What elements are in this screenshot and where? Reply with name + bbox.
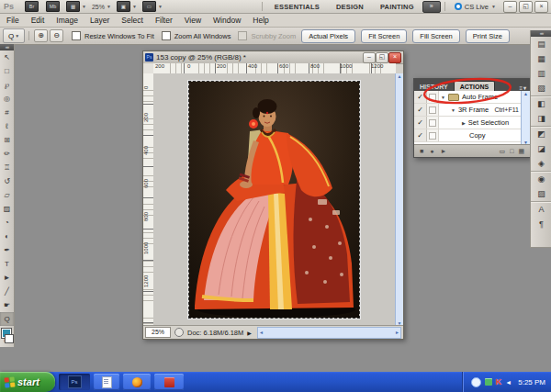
expand-dock-icon[interactable]: «« <box>531 30 551 37</box>
zoom-out-icon[interactable]: ⊖ <box>50 29 63 42</box>
toggle-item-check-icon[interactable]: ✓ <box>414 117 427 129</box>
paragraph-panel-icon[interactable]: ¶ <box>531 217 551 231</box>
vertical-scrollbar[interactable]: ▲ ▼ <box>395 73 403 326</box>
workspace-essentials[interactable]: ESSENTIALS <box>275 3 320 11</box>
masks-panel-icon[interactable]: ◪ <box>531 141 551 156</box>
taskbar-adobe-button[interactable] <box>154 374 184 390</box>
action-row-auto-frame[interactable]: ✓ ▼ Auto Frame <box>414 91 530 104</box>
info-panel-icon[interactable]: ◨ <box>531 111 551 126</box>
zoom-tool-icon[interactable]: Q <box>0 312 14 326</box>
doc-minimize-button[interactable]: – <box>363 52 376 63</box>
screen-mode-dropdown[interactable]: ▭▼ <box>142 1 163 12</box>
toggle-item-check-icon[interactable]: ✓ <box>414 91 427 103</box>
start-button[interactable]: start <box>0 372 55 392</box>
quick-selection-tool-icon[interactable]: ◎ <box>0 92 14 106</box>
fill-screen-button[interactable]: Fill Screen <box>412 29 459 43</box>
resize-windows-checkbox[interactable] <box>72 31 81 40</box>
actual-pixels-button[interactable]: Actual Pixels <box>301 29 355 43</box>
path-selection-tool-icon[interactable]: ► <box>0 271 14 285</box>
fit-screen-button[interactable]: Fit Screen <box>361 29 407 43</box>
lasso-tool-icon[interactable]: ℘ <box>0 78 14 92</box>
layers-panel-icon[interactable]: ◈ <box>531 156 551 171</box>
tab-history[interactable]: HISTORY <box>414 82 454 91</box>
expand-triangle-icon[interactable]: ▼ <box>451 107 455 113</box>
new-action-icon[interactable]: □ <box>510 148 513 155</box>
workspace-painting[interactable]: PAINTING <box>380 3 414 11</box>
action-row-3r-frame[interactable]: ✓ ▼ 3R Frame Ctrl+F11 <box>414 104 530 117</box>
print-size-button[interactable]: Print Size <box>466 29 510 43</box>
arrange-documents-dropdown[interactable]: ▣▼ <box>117 1 137 12</box>
color-panel-icon[interactable]: ▤ <box>531 37 551 51</box>
move-tool-icon[interactable]: ↖ <box>0 50 14 64</box>
new-set-icon[interactable]: ▭ <box>500 148 506 155</box>
document-title-bar[interactable]: Ps 153 copy @ 25% (RGB/8) * – ◱ × <box>143 51 403 64</box>
menu-filter[interactable]: Filter <box>155 16 173 25</box>
photo-selection-marching-ants[interactable] <box>188 81 360 319</box>
menu-file[interactable]: File <box>6 16 19 25</box>
paths-panel-icon[interactable]: ▨ <box>531 186 551 201</box>
toggle-item-check-icon[interactable]: ✓ <box>414 129 427 141</box>
character-panel-icon[interactable]: A <box>531 201 551 217</box>
type-tool-icon[interactable]: T <box>0 257 14 271</box>
play-icon[interactable]: ► <box>440 148 446 154</box>
pen-tool-icon[interactable]: ✒ <box>0 243 14 257</box>
menu-select[interactable]: Select <box>121 16 143 25</box>
workspace-overflow-button[interactable]: » <box>422 1 441 13</box>
menu-image[interactable]: Image <box>56 16 78 25</box>
actions-scrollbar[interactable]: ▲ ▼ <box>521 91 530 145</box>
crop-tool-icon[interactable]: # <box>0 106 14 119</box>
zoom-in-icon[interactable]: ⊕ <box>34 29 48 42</box>
delete-icon[interactable]: ▦ <box>518 148 524 155</box>
volume-icon[interactable]: ◄ <box>505 379 512 386</box>
scroll-up-icon[interactable]: ▲ <box>398 73 402 79</box>
canvas-area[interactable] <box>153 73 396 326</box>
dodge-tool-icon[interactable]: ◐ <box>0 230 14 243</box>
adjustments-panel-icon[interactable]: ◩ <box>531 126 551 141</box>
panel-menu-icon[interactable]: ≡▾ <box>519 84 530 91</box>
tab-actions[interactable]: ACTIONS <box>454 81 496 91</box>
record-icon[interactable]: ● <box>430 148 433 154</box>
current-tool-well[interactable]: Q▼ <box>3 28 25 43</box>
swatches-panel-icon[interactable]: ▦ <box>531 51 551 66</box>
menu-view[interactable]: View <box>185 16 201 25</box>
view-extras-dropdown[interactable]: ▦▼ <box>66 1 86 12</box>
dialog-toggle-box[interactable] <box>427 91 439 103</box>
background-color-swatch[interactable] <box>5 334 14 343</box>
dialog-toggle-box[interactable] <box>427 104 439 116</box>
action-row-set-selection[interactable]: ✓ ▶ Set Selection <box>414 117 530 129</box>
channels-panel-icon[interactable]: ◉ <box>531 171 551 186</box>
toggle-item-check-icon[interactable]: ✓ <box>414 104 427 116</box>
eyedropper-tool-icon[interactable]: ℓ <box>0 119 14 133</box>
histogram-panel-icon[interactable]: ▧ <box>531 81 551 95</box>
collapse-arrows-icon[interactable]: «« <box>0 44 14 50</box>
zoom-level-dropdown[interactable]: 25%▼ <box>92 4 111 10</box>
menu-help[interactable]: Help <box>253 16 268 25</box>
blur-tool-icon[interactable]: ◔ <box>0 216 14 230</box>
hand-tool-icon[interactable]: ☛ <box>0 298 14 312</box>
scroll-left-icon[interactable]: ◄ <box>259 330 264 335</box>
expand-triangle-icon[interactable]: ▼ <box>441 95 445 100</box>
bridge-icon[interactable]: Br <box>25 1 39 12</box>
healing-brush-tool-icon[interactable]: ⊞ <box>0 133 14 147</box>
status-flyout-icon[interactable]: ▶ <box>247 330 252 336</box>
status-zoom-field[interactable]: 25% <box>145 327 171 338</box>
tray-k-icon[interactable]: K <box>496 377 502 386</box>
menu-window[interactable]: Window <box>213 16 241 25</box>
dialog-toggle-box[interactable] <box>427 129 439 141</box>
line-tool-icon[interactable]: ╱ <box>0 285 14 298</box>
navigator-panel-icon[interactable]: ◧ <box>531 95 551 111</box>
tray-clock-icon[interactable] <box>471 377 481 387</box>
doc-close-button[interactable]: × <box>388 52 401 63</box>
dialog-toggle-box[interactable] <box>427 117 439 129</box>
action-row-copy[interactable]: ✓ Copy <box>414 129 530 142</box>
menu-layer[interactable]: Layer <box>90 16 109 25</box>
stop-playing-icon[interactable]: ■ <box>420 148 423 154</box>
clone-stamp-tool-icon[interactable]: ♖ <box>0 161 14 174</box>
taskbar-document-button[interactable] <box>94 374 119 390</box>
brush-tool-icon[interactable]: ✏ <box>0 147 14 161</box>
cs-live-dropdown[interactable]: CS Live▼ <box>455 3 496 11</box>
horizontal-scrollbar[interactable]: ◄ ► <box>257 327 401 339</box>
collapsed-triangle-icon[interactable]: ▶ <box>462 120 466 126</box>
zoom-all-windows-checkbox[interactable] <box>162 31 171 40</box>
taskbar-photoshop-button[interactable]: Ps <box>59 374 90 390</box>
